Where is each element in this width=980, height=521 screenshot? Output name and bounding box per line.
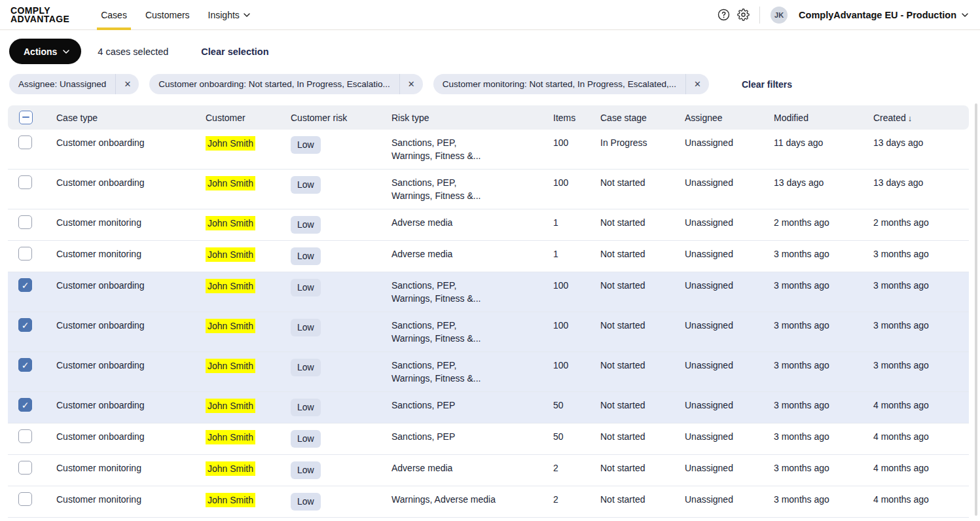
- customer-name-highlighted[interactable]: John Smith: [206, 216, 255, 230]
- row-checkbox[interactable]: [18, 429, 32, 443]
- cell-risk-type: Adverse media: [391, 461, 496, 475]
- table-row[interactable]: Customer onboarding John Smith Low Sanct…: [8, 312, 969, 352]
- close-icon[interactable]: ✕: [399, 74, 423, 94]
- tab-insights[interactable]: Insights: [199, 0, 259, 30]
- column-header-modified[interactable]: Modified: [774, 113, 873, 123]
- cell-items: 100: [553, 136, 600, 149]
- row-checkbox[interactable]: [18, 215, 32, 229]
- row-checkbox[interactable]: [18, 247, 32, 260]
- column-header-customer-risk[interactable]: Customer risk: [291, 113, 391, 123]
- vertical-scrollbar[interactable]: [975, 103, 977, 516]
- table-row[interactable]: Customer onboarding John Smith Low Sanct…: [8, 130, 969, 170]
- table-row[interactable]: Customer onboarding John Smith Low Sanct…: [8, 423, 969, 455]
- column-header-assignee[interactable]: Assignee: [685, 113, 774, 123]
- customer-name-highlighted[interactable]: John Smith: [206, 319, 255, 333]
- table-row[interactable]: Customer monitoring John Smith Low Adver…: [8, 209, 969, 241]
- cell-risk-type: Warnings, Adverse media: [391, 493, 496, 506]
- chevron-down-icon: [244, 13, 250, 17]
- complyadvantage-logo[interactable]: COMPLY ADVANTAGE: [10, 7, 69, 24]
- table-row[interactable]: Customer onboarding John Smith Low Sanct…: [8, 352, 969, 392]
- cell-assignee: Unassigned: [685, 493, 774, 506]
- column-header-items[interactable]: Items: [553, 113, 600, 123]
- row-checkbox[interactable]: [18, 398, 32, 412]
- row-checkbox[interactable]: [18, 461, 32, 475]
- row-checkbox[interactable]: [18, 318, 32, 332]
- column-header-created[interactable]: Created↓: [873, 113, 969, 123]
- cell-assignee: Unassigned: [685, 216, 774, 229]
- cell-assignee: Unassigned: [685, 359, 774, 372]
- column-header-customer[interactable]: Customer: [206, 113, 291, 123]
- customer-name-highlighted[interactable]: John Smith: [206, 136, 255, 151]
- settings-gear-icon[interactable]: [733, 5, 753, 25]
- row-checkbox[interactable]: [18, 492, 32, 506]
- cell-assignee: Unassigned: [685, 319, 774, 332]
- table-row[interactable]: Customer monitoring John Smith Low Adver…: [8, 241, 969, 272]
- cell-items: 100: [553, 176, 600, 189]
- account-selector[interactable]: JK ComplyAdvantage EU - Production: [771, 7, 968, 24]
- row-checkbox[interactable]: [18, 175, 32, 189]
- cell-created: 4 months ago: [873, 461, 969, 475]
- table-row[interactable]: Customer monitoring John Smith Low Adver…: [8, 455, 969, 486]
- customer-name-highlighted[interactable]: John Smith: [206, 493, 255, 507]
- row-checkbox-cell: [8, 430, 56, 443]
- filter-bar: Assignee: Unassigned ✕ Customer onboardi…: [0, 72, 980, 105]
- table-row[interactable]: Customer monitoring John Smith Low Warni…: [8, 486, 969, 518]
- risk-badge: Low: [291, 247, 321, 265]
- cell-modified: 3 months ago: [774, 247, 873, 260]
- row-checkbox[interactable]: [18, 278, 32, 292]
- cell-modified: 3 months ago: [774, 279, 873, 292]
- column-header-risk-type[interactable]: Risk type: [391, 113, 553, 123]
- cell-case-type: Customer onboarding: [56, 430, 206, 443]
- tab-customers[interactable]: Customers: [136, 0, 199, 30]
- customer-name-highlighted[interactable]: John Smith: [206, 461, 255, 476]
- table-row[interactable]: Customer monitoring John Smith Low PEP, …: [8, 518, 969, 521]
- cell-case-stage: Not started: [600, 319, 685, 332]
- clear-selection-link[interactable]: Clear selection: [201, 46, 268, 57]
- cell-assignee: Unassigned: [685, 136, 774, 149]
- cell-customer: John Smith: [206, 216, 291, 230]
- table-row[interactable]: Customer onboarding John Smith Low Sanct…: [8, 392, 969, 423]
- cell-case-type: Customer monitoring: [56, 247, 206, 260]
- cell-case-stage: Not started: [600, 430, 685, 443]
- actions-button[interactable]: Actions: [9, 39, 81, 64]
- cell-customer-risk: Low: [291, 430, 391, 448]
- table-body: Customer onboarding John Smith Low Sanct…: [8, 130, 969, 521]
- customer-name-highlighted[interactable]: John Smith: [206, 399, 255, 413]
- tab-cases[interactable]: Cases: [92, 0, 136, 30]
- row-checkbox-cell: [8, 461, 56, 475]
- column-header-case-type[interactable]: Case type: [56, 113, 206, 123]
- select-all-checkbox[interactable]: [19, 111, 33, 124]
- customer-name-highlighted[interactable]: John Smith: [206, 247, 255, 262]
- cell-created: 2 months ago: [873, 216, 969, 229]
- customer-name-highlighted[interactable]: John Smith: [206, 430, 255, 444]
- customer-name-highlighted[interactable]: John Smith: [206, 279, 255, 293]
- row-checkbox[interactable]: [18, 358, 32, 372]
- close-icon[interactable]: ✕: [685, 74, 709, 94]
- cell-risk-type: Sanctions, PEP: [391, 430, 496, 443]
- row-checkbox-cell: [8, 399, 56, 412]
- row-checkbox[interactable]: [18, 135, 32, 149]
- risk-badge: Low: [291, 136, 321, 154]
- customer-name-highlighted[interactable]: John Smith: [206, 176, 255, 190]
- customer-name-highlighted[interactable]: John Smith: [206, 359, 255, 373]
- cell-created: 4 months ago: [873, 430, 969, 443]
- cell-assignee: Unassigned: [685, 461, 774, 475]
- cell-customer-risk: Low: [291, 247, 391, 265]
- table-row[interactable]: Customer onboarding John Smith Low Sanct…: [8, 272, 969, 312]
- table-row[interactable]: Customer onboarding John Smith Low Sanct…: [8, 170, 969, 209]
- cell-items: 100: [553, 319, 600, 332]
- cell-case-type: Customer onboarding: [56, 136, 206, 149]
- cell-assignee: Unassigned: [685, 399, 774, 412]
- help-icon[interactable]: [714, 5, 733, 25]
- clear-filters-link[interactable]: Clear filters: [742, 79, 792, 90]
- filter-chip-label: Customer monitoring: Not started, In Pro…: [433, 79, 685, 89]
- close-icon[interactable]: ✕: [115, 74, 139, 94]
- filter-chip-customer-monitoring[interactable]: Customer monitoring: Not started, In Pro…: [433, 74, 709, 94]
- risk-badge: Low: [291, 319, 321, 336]
- filter-chip-assignee[interactable]: Assignee: Unassigned ✕: [9, 74, 139, 94]
- cell-case-stage: Not started: [600, 493, 685, 506]
- risk-badge: Low: [291, 430, 321, 448]
- cell-customer-risk: Low: [291, 461, 391, 479]
- column-header-case-stage[interactable]: Case stage: [600, 113, 685, 123]
- filter-chip-customer-onboarding[interactable]: Customer onboarding: Not started, In Pro…: [149, 74, 422, 94]
